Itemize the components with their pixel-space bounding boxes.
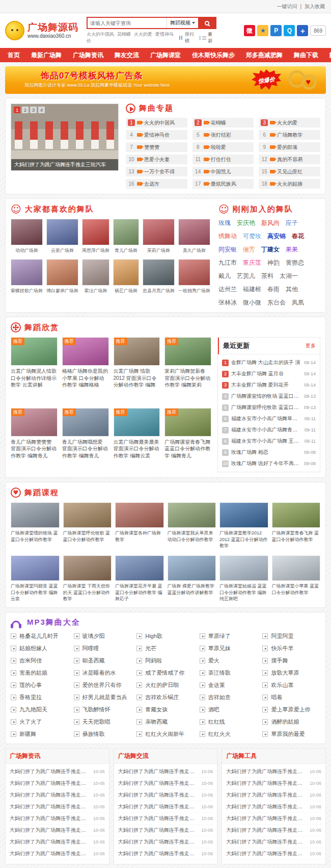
update-item[interactable]: 8 福建永安市小小高广场舞 王满中 09-11 xyxy=(222,436,316,447)
team-tag[interactable]: 其他 xyxy=(286,285,298,294)
team-tag[interactable]: 张林冰 xyxy=(218,298,237,307)
team-tag[interactable]: 达州兰 xyxy=(218,285,237,294)
song-item[interactable]: 茶江情歌 xyxy=(200,669,258,677)
team-tag[interactable]: 福建榕 xyxy=(243,285,261,294)
team-tag[interactable]: 戴儿 xyxy=(218,272,231,280)
course-card[interactable]: 广场舞课堂各种广场舞教学 xyxy=(115,502,164,549)
search-category-select[interactable]: 舞蹈视频 xyxy=(167,18,198,28)
song-item[interactable]: 草原兄妹 xyxy=(200,644,258,653)
song-item[interactable]: 格桑花儿几时开 xyxy=(11,632,69,641)
update-item[interactable]: 2 大丰金辉广场舞 蓝月谷 09-14 xyxy=(222,368,316,379)
team-tag[interactable]: 春花 xyxy=(292,232,304,241)
team-tag[interactable]: 安庆艳 xyxy=(237,219,255,227)
nav-item[interactable]: 首页 xyxy=(2,48,25,62)
news-item[interactable]: 大妈们拼了为跳广场舞连手推走三轮汽车 10-06 xyxy=(10,789,105,801)
topic-item[interactable]: 2 花蝴蝶 xyxy=(192,118,254,127)
qq-icon[interactable]: Q xyxy=(284,25,295,36)
team-item[interactable]: 索洁广场舞 xyxy=(82,259,109,294)
news-item[interactable]: 大妈们拼了为跳广场舞连手推走三轮汽车 10-06 xyxy=(226,801,321,813)
news-item[interactable]: 大妈们拼了为跳广场舞连手推走三轮汽车 10-06 xyxy=(118,825,213,836)
hot-word-link[interactable]: 花蝴蝶 xyxy=(117,32,131,37)
song-item[interactable]: 朝圣西藏 xyxy=(74,656,132,665)
song-item[interactable]: 快乐牛羊 xyxy=(262,644,320,653)
song-item[interactable]: 爱上草原爱上你 xyxy=(262,705,320,714)
topic-item[interactable]: 17 最炫民族风 xyxy=(192,179,254,189)
song-item[interactable]: 阿妈啦 xyxy=(136,656,195,665)
team-item[interactable]: 云裳广场舞 xyxy=(46,219,78,254)
team-tag[interactable]: 玫瑰 xyxy=(218,219,231,227)
song-item[interactable]: 青藏女孩 xyxy=(136,705,195,714)
song-item[interactable]: 草原绿了 xyxy=(200,632,258,641)
song-item[interactable]: 酒醉的姑娘 xyxy=(262,718,320,726)
news-item[interactable]: 大妈们拼了为跳广场舞连手推走三轮汽车 10-06 xyxy=(226,836,321,848)
hot-word-link[interactable]: 火火的爱 xyxy=(134,32,152,37)
news-item[interactable]: 大妈们拼了为跳广场舞连手推走三轮汽车 10-06 xyxy=(118,801,213,813)
news-item[interactable]: 大妈们拼了为跳广场舞连手推走三轮汽车 10-06 xyxy=(118,848,213,860)
update-item[interactable]: 5 广场舞课堂呼伦牧歌 蓝蓝口令分 09-13 xyxy=(222,402,316,413)
song-item[interactable]: 火了火了 xyxy=(11,718,69,726)
song-item[interactable]: 金达莱 xyxy=(200,681,258,690)
video-card[interactable]: 推荐 云裳广场舞 情歌2012 背面演示口令分解动作教学 编舞青儿 xyxy=(114,337,160,402)
team-tag[interactable]: 同安银 xyxy=(218,245,237,254)
nav-item[interactable]: 郑多燕减肥舞 xyxy=(240,48,288,62)
song-item[interactable]: 冰是睡着的水 xyxy=(74,669,132,677)
team-item[interactable]: 周思萍广场舞 xyxy=(82,219,109,254)
course-card[interactable]: 广场舞课堂教学2012 2012 蓝蓝口令分解动作教学 xyxy=(219,502,268,549)
news-item[interactable]: 大妈们拼了为跳广场舞连手推走三轮汽车 10-06 xyxy=(118,836,213,848)
team-item[interactable]: 忠县月亮广场舞 xyxy=(143,259,175,294)
course-card[interactable]: 广场舞课堂姑娘追 蓝蓝口令分解动作教学 编舞纯艺舞吧 xyxy=(219,555,268,602)
song-item[interactable]: 放歌大草原 xyxy=(262,669,320,677)
news-item[interactable]: 大妈们拼了为跳广场舞连手推走三轮汽车 10-06 xyxy=(226,766,321,778)
course-card[interactable]: 广场舞课堂玛丽亚 蓝蓝口令分解动作教学 编舞云裳 xyxy=(11,555,60,602)
team-item[interactable]: 美久广场舞 xyxy=(178,219,210,254)
song-item[interactable]: 摆手舞 xyxy=(262,656,320,665)
news-item[interactable]: 大妈们拼了为跳广场舞连手推走三轮汽车 10-06 xyxy=(118,813,213,825)
news-item[interactable]: 大妈们拼了为跳广场舞连手推走三轮汽车 10-06 xyxy=(118,766,213,778)
course-card[interactable]: 广场舞课堂情的牧场 蓝蓝口令分解动作教学 xyxy=(11,502,60,549)
team-tag[interactable]: 果果 xyxy=(286,245,298,254)
team-tag[interactable]: 丁建女 xyxy=(261,245,280,254)
nav-item[interactable]: 舞友交流 xyxy=(109,48,145,62)
team-item[interactable]: 青儿广场舞 xyxy=(113,219,139,254)
topic-item[interactable]: 13 一万个舍不得 xyxy=(126,167,187,176)
team-item[interactable]: 杨艺广场舞 xyxy=(113,259,139,294)
nav-item[interactable]: 佳木斯快乐舞步 xyxy=(186,48,240,62)
team-tag[interactable]: 俪芳 xyxy=(243,245,255,254)
news-item[interactable]: 大妈们拼了为跳广场舞连手推走三轮汽车 10-06 xyxy=(10,813,105,825)
song-item[interactable]: 姑娘想嫁人 xyxy=(11,644,69,653)
song-item[interactable]: 害羞的姑娘 xyxy=(11,669,69,677)
video-card[interactable]: 推荐 格格广场舞你是我的小苹果 口令分解动作教学 编舞格格 xyxy=(62,337,109,402)
news-item[interactable]: 大妈们拼了为跳广场舞连手推走三轮汽车 10-06 xyxy=(10,825,105,836)
news-item[interactable]: 大妈们拼了为跳广场舞连手推走三轮汽车 10-06 xyxy=(10,766,105,778)
update-item[interactable]: 4 广场舞课堂情的牧场 蓝蓝口令分 09-13 xyxy=(222,391,316,402)
song-item[interactable]: 好男儿就是要当兵 xyxy=(74,693,132,702)
updates-more-link[interactable]: 更多 xyxy=(306,342,316,349)
topic-item[interactable]: 7 赞赞赞 xyxy=(126,142,187,152)
nav-item[interactable]: 舞曲下载 xyxy=(288,48,324,62)
course-card[interactable]: 广场舞课堂青春飞舞 蓝蓝口令分解动作教学 xyxy=(272,502,321,549)
slider-caption[interactable]: 大妈们拼了为跳广场舞连手推走三轮汽车 xyxy=(11,159,118,170)
song-item[interactable]: High歌 xyxy=(136,632,195,641)
slider-page-dot[interactable]: 4 xyxy=(38,107,45,113)
team-tag[interactable]: 可爱玫 xyxy=(243,232,261,241)
news-item[interactable]: 大妈们拼了为跳广场舞连手推走三轮汽车 10-06 xyxy=(226,825,321,836)
nav-item[interactable]: 最新广场舞 xyxy=(25,48,67,62)
update-item[interactable]: 1 金辉广场舞 大山走出的孩子 演 09-14 xyxy=(222,357,316,368)
video-card[interactable]: 推荐 云裳广场舞最美最美 背面演示口令分解动作教学 编舞云裳 xyxy=(114,408,160,473)
ad-banner[interactable]: 饰品07号模板风格广告条 我拉网图片设计专家 www.55.La 我拉网豪华模板… xyxy=(5,66,326,94)
slider-page-dot[interactable]: 2 xyxy=(22,107,29,113)
song-item[interactable]: 草原我的最爱 xyxy=(262,730,320,738)
team-item[interactable]: 紫蝶踏歌广场舞 xyxy=(11,259,43,294)
news-item[interactable]: 大妈们拼了为跳广场舞连手推走三轮汽车 10-06 xyxy=(226,778,321,789)
song-item[interactable]: 酒吧 xyxy=(200,705,258,714)
topic-item[interactable]: 16 去远方 xyxy=(126,179,187,189)
course-card[interactable]: 广场舞课堂小苹果 蓝蓝口令分解动作教学 xyxy=(272,555,321,602)
song-item[interactable]: 九九艳阳天 xyxy=(11,705,69,714)
news-item[interactable]: 大妈们拼了为跳广场舞连手推走三轮汽车 10-06 xyxy=(118,778,213,789)
qzone-icon[interactable]: ★ xyxy=(257,25,268,36)
team-tag[interactable]: 神韵 xyxy=(267,259,280,267)
update-item[interactable]: 9 玫瑰广场舞 相恋 09-08 xyxy=(222,447,316,458)
team-tag[interactable]: 凤凰 xyxy=(292,298,304,307)
news-item[interactable]: 大妈们拼了为跳广场舞连手推走三轮汽车 10-06 xyxy=(10,836,105,848)
song-item[interactable]: 吉祥如意 xyxy=(200,693,258,702)
